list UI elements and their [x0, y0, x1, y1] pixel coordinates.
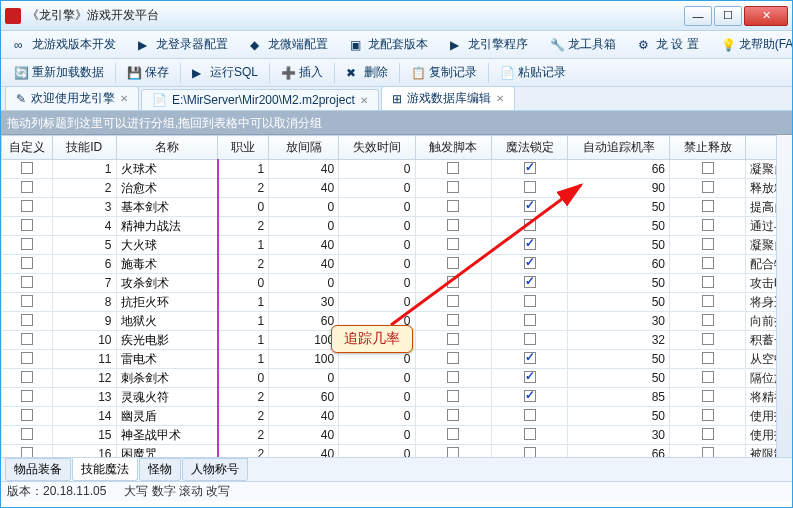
table-row[interactable]: 6施毒术240060配合特殊药粉可以指定	[2, 255, 793, 274]
tb-settings[interactable]: ⚙龙 设 置	[629, 33, 708, 56]
checkbox[interactable]	[447, 181, 459, 193]
cell-track[interactable]: 66	[568, 445, 670, 458]
tb-runsql[interactable]: ▶运行SQL	[183, 61, 267, 84]
checkbox[interactable]	[524, 276, 536, 288]
checkbox[interactable]	[702, 447, 714, 458]
cell-job[interactable]: 1	[218, 236, 269, 255]
cell-track[interactable]: 30	[568, 426, 670, 445]
table-row[interactable]: 10疾光电影1100032积蓄一道光电，使直线	[2, 331, 793, 350]
cell-track[interactable]: 50	[568, 369, 670, 388]
cell-lock[interactable]	[491, 198, 567, 217]
tb-version-dev[interactable]: ∞龙游戏版本开发	[5, 33, 125, 56]
cell-id[interactable]: 13	[52, 388, 116, 407]
cell-name[interactable]: 刺杀剑术	[116, 369, 218, 388]
cell-interval[interactable]: 60	[269, 388, 339, 407]
checkbox[interactable]	[447, 257, 459, 269]
table-row[interactable]: 4精神力战法20050通过与精神之力沟通，	[2, 217, 793, 236]
cell-forbid[interactable]	[670, 426, 746, 445]
checkbox[interactable]	[702, 409, 714, 421]
cell-track[interactable]: 50	[568, 274, 670, 293]
checkbox[interactable]	[524, 181, 536, 193]
checkbox[interactable]	[447, 371, 459, 383]
table-row[interactable]: 3基本剑术00050提高自身的攻击命中率	[2, 198, 793, 217]
cell-id[interactable]: 11	[52, 350, 116, 369]
checkbox[interactable]	[447, 428, 459, 440]
cell-expire[interactable]: 0	[339, 274, 415, 293]
cell-expire[interactable]: 0	[339, 160, 415, 179]
cell-id[interactable]: 4	[52, 217, 116, 236]
close-button[interactable]: ✕	[744, 6, 788, 26]
tb-insert[interactable]: ➕插入	[272, 61, 332, 84]
checkbox[interactable]	[702, 238, 714, 250]
cell-script[interactable]	[415, 426, 491, 445]
cell-job[interactable]: 1	[218, 293, 269, 312]
cell-expire[interactable]: 0	[339, 350, 415, 369]
cell-id[interactable]: 14	[52, 407, 116, 426]
cell-id[interactable]: 9	[52, 312, 116, 331]
cell-forbid[interactable]	[670, 350, 746, 369]
cell-forbid[interactable]	[670, 255, 746, 274]
cell-id[interactable]: 8	[52, 293, 116, 312]
checkbox[interactable]	[702, 428, 714, 440]
cell-job[interactable]: 2	[218, 388, 269, 407]
checkbox[interactable]	[702, 390, 714, 402]
cell-job[interactable]: 1	[218, 331, 269, 350]
checkbox[interactable]	[21, 409, 33, 421]
cell-expire[interactable]: 0	[339, 388, 415, 407]
cell-lock[interactable]	[491, 445, 567, 458]
checkbox[interactable]	[21, 276, 33, 288]
cell-lock[interactable]	[491, 274, 567, 293]
vertical-scrollbar[interactable]	[776, 135, 792, 457]
checkbox[interactable]	[21, 352, 33, 364]
cell-forbid[interactable]	[670, 369, 746, 388]
checkbox[interactable]	[702, 162, 714, 174]
checkbox[interactable]	[21, 238, 33, 250]
cell-track[interactable]: 85	[568, 388, 670, 407]
cell-track[interactable]: 50	[568, 407, 670, 426]
cell-lock[interactable]	[491, 160, 567, 179]
checkbox[interactable]	[524, 295, 536, 307]
cell-name[interactable]: 大火球	[116, 236, 218, 255]
cell-lock[interactable]	[491, 350, 567, 369]
checkbox[interactable]	[702, 181, 714, 193]
table-row[interactable]: 2治愈术240090释放精神之力恢复自己	[2, 179, 793, 198]
cell-id[interactable]: 15	[52, 426, 116, 445]
cell-interval[interactable]: 40	[269, 426, 339, 445]
tab-welcome[interactable]: ✎欢迎使用龙引擎✕	[5, 86, 139, 110]
col-header[interactable]: 禁止释放	[670, 136, 746, 160]
cell-track[interactable]: 66	[568, 160, 670, 179]
tb-delete[interactable]: ✖删除	[337, 61, 397, 84]
checkbox[interactable]	[447, 162, 459, 174]
table-row[interactable]: 7攻杀剑术00050攻击时有机率造成大幅	[2, 274, 793, 293]
table-row[interactable]: 15神圣战甲术240030使用护身符提高范围内	[2, 426, 793, 445]
cell-forbid[interactable]	[670, 160, 746, 179]
cell-interval[interactable]: 0	[269, 198, 339, 217]
checkbox[interactable]	[21, 162, 33, 174]
col-header[interactable]: 名称	[116, 136, 218, 160]
cell-name[interactable]: 施毒术	[116, 255, 218, 274]
cell-script[interactable]	[415, 293, 491, 312]
cell-expire[interactable]: 0	[339, 198, 415, 217]
cell-interval[interactable]: 0	[269, 274, 339, 293]
cell-id[interactable]: 3	[52, 198, 116, 217]
cell-lock[interactable]	[491, 331, 567, 350]
checkbox[interactable]	[447, 390, 459, 402]
cell-track[interactable]: 90	[568, 179, 670, 198]
checkbox[interactable]	[447, 352, 459, 364]
tab-db-edit[interactable]: ⊞游戏数据库编辑✕	[381, 86, 515, 110]
cell-track[interactable]: 30	[568, 312, 670, 331]
tab-close-icon[interactable]: ✕	[120, 93, 128, 104]
cell-id[interactable]: 5	[52, 236, 116, 255]
checkbox[interactable]	[524, 333, 536, 345]
checkbox[interactable]	[447, 238, 459, 250]
cell-interval[interactable]: 60	[269, 312, 339, 331]
cell-track[interactable]: 60	[568, 255, 670, 274]
col-header[interactable]: 自定义	[2, 136, 53, 160]
checkbox[interactable]	[702, 257, 714, 269]
cell-track[interactable]: 50	[568, 198, 670, 217]
checkbox[interactable]	[447, 295, 459, 307]
checkbox[interactable]	[524, 352, 536, 364]
cell-expire[interactable]: 0	[339, 236, 415, 255]
checkbox[interactable]	[524, 314, 536, 326]
cell-interval[interactable]: 0	[269, 369, 339, 388]
